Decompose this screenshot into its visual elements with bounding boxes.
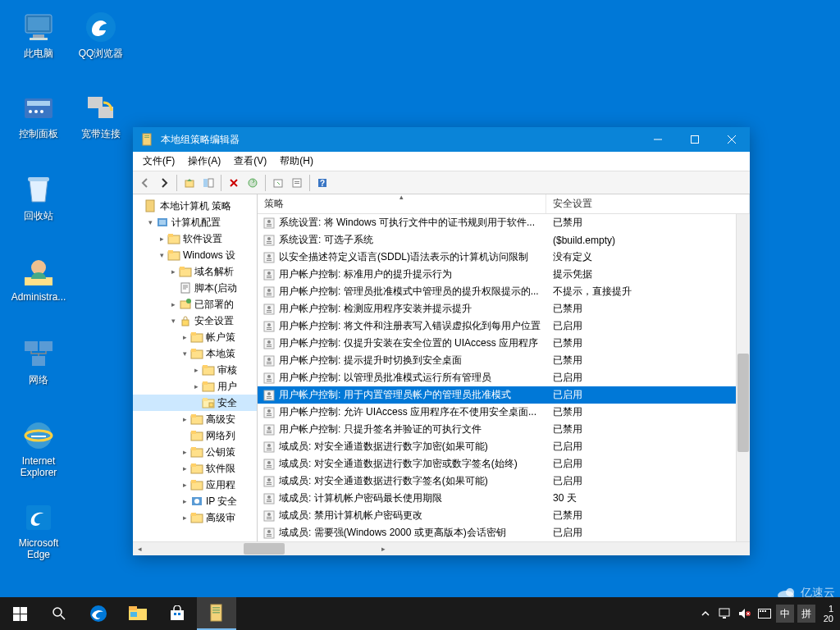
tree-expander-icon[interactable] bbox=[167, 282, 179, 294]
policy-row[interactable]: 用户帐户控制: 检测应用程序安装并提示提升已禁用 bbox=[258, 300, 736, 317]
desktop-icon-qq[interactable]: QQ浏览器 bbox=[71, 10, 131, 61]
tree-item[interactable]: ▸已部署的 bbox=[133, 296, 257, 313]
tree-expander-icon[interactable]: ▾ bbox=[179, 348, 190, 359]
policy-row[interactable]: 域成员: 计算机帐户密码最长使用期限30 天 bbox=[258, 490, 736, 507]
tree-expander-icon[interactable]: ▸ bbox=[179, 331, 190, 343]
menu-file[interactable]: 文件(F) bbox=[136, 152, 181, 171]
tree-item[interactable]: 网络列 bbox=[133, 427, 257, 444]
tree-item[interactable]: ▾Windows 设 bbox=[133, 247, 257, 263]
policy-row[interactable]: 用户帐户控制: 提示提升时切换到安全桌面已禁用 bbox=[258, 352, 736, 369]
start-button[interactable] bbox=[0, 597, 39, 630]
explorer-taskbar-icon[interactable] bbox=[118, 597, 158, 630]
policy-row[interactable]: 用户帐户控制: 管理员批准模式中管理员的提升权限提示的...不提示，直接提升 bbox=[258, 283, 736, 300]
menu-help[interactable]: 帮助(H) bbox=[273, 152, 320, 171]
scrollbar-thumb[interactable] bbox=[737, 354, 749, 452]
back-button[interactable] bbox=[136, 174, 154, 192]
tree-item[interactable]: ▸用户 bbox=[133, 378, 257, 395]
policy-row[interactable]: 用户帐户控制: 用于内置管理员帐户的管理员批准模式已启用 bbox=[258, 386, 736, 404]
policy-row[interactable]: 域成员: 需要强(Windows 2000 或更高版本)会话密钥已启用 bbox=[258, 524, 736, 541]
tree-item[interactable]: ▸帐户策 bbox=[133, 329, 257, 345]
policy-row[interactable]: 系统设置: 将 Windows 可执行文件中的证书规则用于软件...已禁用 bbox=[258, 214, 736, 231]
tree-expander-icon[interactable]: ▸ bbox=[167, 266, 179, 277]
keyboard-tray-icon[interactable] bbox=[755, 597, 774, 630]
maximize-button[interactable] bbox=[676, 127, 713, 152]
tree-item[interactable]: ▸软件设置 bbox=[133, 231, 257, 247]
policy-row[interactable]: 用户帐户控制: 只提升签名并验证的可执行文件已禁用 bbox=[258, 421, 736, 438]
desktop-icon-user[interactable]: Administra... bbox=[8, 254, 69, 303]
tree-item[interactable]: ▸应用程 bbox=[133, 477, 257, 493]
menu-action[interactable]: 操作(A) bbox=[181, 152, 227, 171]
up-button[interactable] bbox=[180, 174, 199, 192]
close-button[interactable] bbox=[713, 127, 750, 152]
tree-expander-icon[interactable]: ▸ bbox=[179, 463, 190, 474]
policy-list[interactable]: 系统设置: 将 Windows 可执行文件中的证书规则用于软件...已禁用系统设… bbox=[258, 214, 736, 541]
title-bar[interactable]: 本地组策略编辑器 bbox=[133, 127, 750, 152]
tree-item[interactable]: ▸高级审 bbox=[133, 509, 257, 526]
policy-row[interactable]: 域成员: 对安全通道数据进行数字加密(如果可能)已启用 bbox=[258, 438, 736, 455]
tree-item[interactable]: ▾本地策 bbox=[133, 345, 257, 362]
tree-expander-icon[interactable] bbox=[190, 397, 202, 409]
tree-item[interactable]: 本地计算机 策略 bbox=[133, 198, 257, 214]
gpedit-taskbar-icon[interactable] bbox=[197, 597, 236, 630]
reload-button[interactable] bbox=[244, 174, 262, 192]
ime-mode-button[interactable]: 拼 bbox=[797, 605, 815, 623]
tree-expander-icon[interactable]: ▸ bbox=[179, 495, 190, 507]
policy-row[interactable]: 用户帐户控制: 以管理员批准模式运行所有管理员已启用 bbox=[258, 369, 736, 386]
desktop-icon-bin[interactable]: 回收站 bbox=[8, 172, 69, 223]
export-button[interactable] bbox=[269, 174, 287, 192]
column-policy[interactable]: 策略 bbox=[258, 194, 546, 213]
column-security[interactable]: 安全设置 bbox=[546, 194, 750, 213]
help-button[interactable]: ? bbox=[313, 174, 331, 192]
policy-row[interactable]: 域成员: 对安全通道数据进行数字加密或数字签名(始终)已启用 bbox=[258, 455, 736, 472]
policy-row[interactable]: 系统设置: 可选子系统($build.empty) bbox=[258, 231, 736, 249]
tree-expander-icon[interactable]: ▸ bbox=[190, 364, 202, 376]
policy-row[interactable]: 用户帐户控制: 标准用户的提升提示行为提示凭据 bbox=[258, 266, 736, 283]
tray-chevron-icon[interactable] bbox=[696, 597, 715, 630]
ime-lang-button[interactable]: 中 bbox=[776, 605, 794, 623]
tree-expander-icon[interactable]: ▾ bbox=[156, 249, 167, 261]
desktop-icon-edge[interactable]: Microsoft Edge bbox=[8, 500, 69, 560]
store-taskbar-icon[interactable] bbox=[158, 597, 197, 630]
tree-item[interactable]: 脚本(启动 bbox=[133, 280, 257, 296]
desktop-icon-net[interactable]: 网络 bbox=[8, 336, 69, 387]
tree-item[interactable]: ▾计算机配置 bbox=[133, 214, 257, 231]
tree-expander-icon[interactable]: ▸ bbox=[167, 299, 179, 310]
tree-item[interactable]: ▸审核 bbox=[133, 362, 257, 378]
policy-row[interactable]: 用户帐户控制: 允许 UIAccess 应用程序在不使用安全桌面...已禁用 bbox=[258, 404, 736, 421]
delete-button[interactable] bbox=[225, 174, 243, 192]
hsb-right-arrow[interactable]: ▸ bbox=[377, 542, 390, 555]
tree-expander-icon[interactable]: ▾ bbox=[167, 315, 179, 326]
tree-expander-icon[interactable]: ▸ bbox=[179, 512, 190, 523]
tree-expander-icon[interactable]: ▾ bbox=[144, 217, 156, 228]
forward-button[interactable] bbox=[155, 174, 173, 192]
tree-item[interactable]: ▸公钥策 bbox=[133, 444, 257, 460]
policy-row[interactable]: 以安全描述符定义语言(SDDL)语法表示的计算机访问限制没有定义 bbox=[258, 249, 736, 266]
properties-button[interactable] bbox=[288, 174, 306, 192]
horizontal-scrollbar[interactable]: ◂ ▸ bbox=[133, 541, 750, 555]
tree-expander-icon[interactable]: ▸ bbox=[179, 413, 190, 425]
tree-item[interactable]: ▸软件限 bbox=[133, 460, 257, 477]
tree-item[interactable]: ▾安全设置 bbox=[133, 313, 257, 329]
minimize-button[interactable] bbox=[639, 127, 676, 152]
desktop-icon-ie[interactable]: Internet Explorer bbox=[8, 418, 69, 478]
tree-expander-icon[interactable] bbox=[133, 200, 144, 212]
show-hide-button[interactable] bbox=[199, 174, 217, 192]
policy-row[interactable]: 域成员: 对安全通道数据进行数字签名(如果可能)已启用 bbox=[258, 472, 736, 490]
tree-item[interactable]: ▸高级安 bbox=[133, 411, 257, 427]
tree-expander-icon[interactable]: ▸ bbox=[179, 479, 190, 491]
vertical-scrollbar[interactable] bbox=[736, 214, 750, 541]
tree-item[interactable]: 安全 bbox=[133, 395, 257, 411]
menu-view[interactable]: 查看(V) bbox=[227, 152, 273, 171]
clock[interactable]: 120 bbox=[817, 604, 840, 623]
tree-pane[interactable]: 本地计算机 策略▾计算机配置▸软件设置▾Windows 设▸域名解析脚本(启动▸… bbox=[133, 194, 258, 541]
hsb-thumb[interactable] bbox=[244, 543, 285, 555]
network-tray-icon[interactable] bbox=[715, 597, 735, 630]
tree-item[interactable]: ▸IP 安全 bbox=[133, 493, 257, 509]
edge-taskbar-icon[interactable] bbox=[79, 597, 118, 630]
desktop-icon-pc[interactable]: 此电脑 bbox=[8, 10, 69, 61]
tree-expander-icon[interactable]: ▸ bbox=[156, 233, 167, 244]
tree-expander-icon[interactable]: ▸ bbox=[179, 446, 190, 458]
tree-expander-icon[interactable] bbox=[179, 430, 190, 441]
policy-row[interactable]: 用户帐户控制: 仅提升安装在安全位置的 UIAccess 应用程序已禁用 bbox=[258, 335, 736, 352]
desktop-icon-dialup[interactable]: 宽带连接 bbox=[71, 90, 131, 141]
